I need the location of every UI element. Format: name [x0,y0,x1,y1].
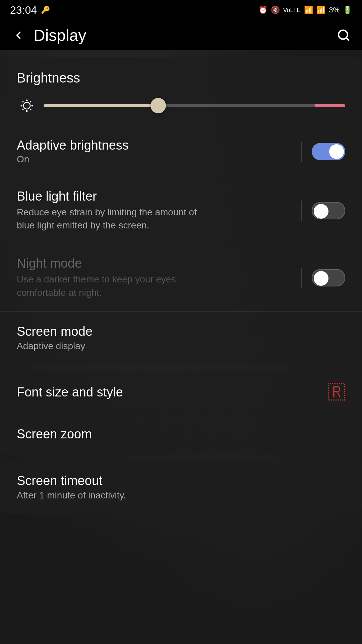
svg-point-6 [32,105,33,107]
night-mode-desc: Use a darker theme to keep your eyes com… [17,273,204,299]
blue-light-filter-item[interactable]: Blue light filter Reduce eye strain by l… [0,177,362,244]
brightness-thumb[interactable] [150,98,166,113]
adaptive-brightness-subtitle: On [17,154,291,165]
key-icon: 🔑 [41,6,50,14]
toggle-divider-2 [301,201,302,221]
brightness-track [44,104,345,107]
blue-light-filter-info: Blue light filter Reduce eye strain by l… [17,189,291,232]
adaptive-brightness-toggle[interactable] [312,143,345,160]
header: Display [0,20,362,50]
blue-light-filter-row: Blue light filter Reduce eye strain by l… [17,189,345,232]
timeout-card: Screen timeout After 1 minute of inactiv… [0,461,362,514]
svg-point-10 [30,109,32,110]
screen-mode-item[interactable]: Screen mode Adaptive display [0,312,362,364]
adaptive-brightness-row: Adaptive brightness On [17,138,345,165]
brightness-slider[interactable] [44,104,345,107]
battery-text: 3% [329,6,340,14]
blue-light-filter-toggle[interactable] [312,202,345,219]
screen-timeout-subtitle: After 1 minute of inactivity. [17,490,345,501]
svg-line-1 [346,38,349,40]
toggle-divider-1 [301,142,302,162]
font-badge-icon: 🇷 [328,384,345,401]
night-mode-info: Night mode Use a darker theme to keep yo… [17,256,291,299]
svg-point-5 [21,105,22,107]
night-mode-row: Night mode Use a darker theme to keep yo… [17,256,345,299]
svg-point-2 [23,102,30,109]
sun-icon [17,96,37,116]
svg-point-7 [22,101,24,103]
svg-point-4 [26,110,28,112]
mute-icon: 🔇 [271,6,280,14]
svg-point-3 [26,100,28,101]
adaptive-brightness-title: Adaptive brightness [17,138,291,153]
signal-icon: 📶 [316,6,325,14]
wifi-icon: 📶 [304,6,313,14]
brightness-slider-row [17,96,345,116]
lte-icon: VoLTE [283,7,301,14]
adaptive-brightness-knob [329,144,344,159]
adaptive-brightness-info: Adaptive brightness On [17,138,291,165]
svg-point-8 [30,101,32,103]
blue-light-filter-knob [314,204,328,219]
screen-mode-title: Screen mode [17,324,345,339]
blue-light-filter-title: Blue light filter [17,189,291,204]
screen-mode-subtitle: Adaptive display [17,341,345,352]
toggle-divider-3 [301,268,302,288]
page-title: Display [34,26,86,45]
night-mode-toggle[interactable] [312,269,345,286]
alarm-icon: ⏰ [258,6,267,14]
night-mode-knob [314,271,328,286]
blue-light-filter-desc: Reduce eye strain by limiting the amount… [17,206,204,232]
status-time-area: 23:04 🔑 [10,4,50,16]
night-mode-item[interactable]: Night mode Use a darker theme to keep yo… [0,244,362,311]
screen-zoom-item[interactable]: Screen zoom [0,414,362,454]
font-size-item[interactable]: Font size and style 🇷 [0,371,362,414]
header-left: Display [10,26,86,45]
battery-icon: 🔋 [343,6,352,14]
brightness-title: Brightness [17,70,345,86]
clock: 23:04 [10,4,37,16]
font-size-row: Font size and style 🇷 [17,384,345,401]
display-settings-card: Brightness [0,57,362,364]
svg-point-9 [22,109,24,110]
back-button[interactable] [10,27,27,44]
adaptive-brightness-item[interactable]: Adaptive brightness On [0,126,362,177]
font-size-title: Font size and style [17,385,123,399]
brightness-section: Brightness [0,57,362,126]
font-zoom-card: Font size and style 🇷 Screen zoom [0,371,362,454]
screen-timeout-title: Screen timeout [17,474,345,488]
screen-zoom-title: Screen zoom [17,427,345,441]
settings-content: Brightness [0,57,362,534]
search-button[interactable] [335,27,352,44]
screen-timeout-item[interactable]: Screen timeout After 1 minute of inactiv… [0,461,362,514]
status-icons: ⏰ 🔇 VoLTE 📶 📶 3% 🔋 [258,6,352,14]
night-mode-title: Night mode [17,256,291,271]
status-bar: 23:04 🔑 ⏰ 🔇 VoLTE 📶 📶 3% 🔋 [0,0,362,20]
